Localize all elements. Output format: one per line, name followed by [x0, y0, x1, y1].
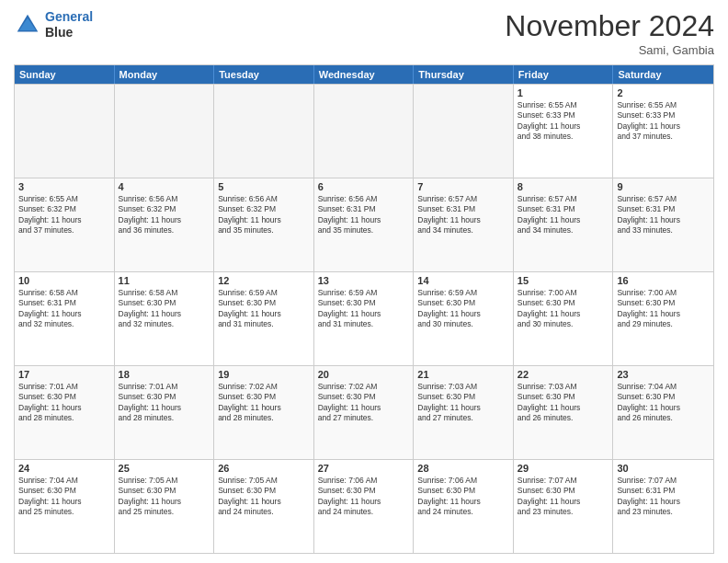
calendar-cell: 13Sunrise: 6:59 AMSunset: 6:30 PMDayligh… [314, 272, 415, 365]
calendar-header: SundayMondayTuesdayWednesdayThursdayFrid… [15, 65, 713, 84]
day-number: 3 [18, 181, 110, 192]
weekday-header: Thursday [414, 65, 514, 84]
day-number: 21 [417, 369, 509, 380]
weekday-header: Friday [514, 65, 614, 84]
cell-text: Sunrise: 6:57 AMSunset: 6:31 PMDaylight:… [518, 194, 609, 236]
weekday-header: Saturday [613, 65, 713, 84]
calendar-row: 17Sunrise: 7:01 AMSunset: 6:30 PMDayligh… [15, 365, 713, 459]
cell-text: Sunrise: 6:55 AMSunset: 6:33 PMDaylight:… [617, 100, 710, 143]
cell-text: Sunrise: 6:58 AMSunset: 6:31 PMDaylight:… [18, 288, 110, 330]
day-number: 25 [119, 463, 210, 474]
cell-text: Sunrise: 6:55 AMSunset: 6:33 PMDaylight:… [518, 100, 609, 143]
day-number: 8 [518, 181, 609, 192]
calendar-cell: 3Sunrise: 6:55 AMSunset: 6:32 PMDaylight… [15, 178, 115, 271]
calendar-cell: 6Sunrise: 6:56 AMSunset: 6:31 PMDaylight… [314, 178, 415, 271]
calendar-cell: 24Sunrise: 7:04 AMSunset: 6:30 PMDayligh… [15, 460, 115, 553]
cell-text: Sunrise: 7:03 AMSunset: 6:30 PMDaylight:… [417, 382, 509, 424]
weekday-header: Wednesday [314, 65, 415, 84]
cell-text: Sunrise: 6:59 AMSunset: 6:30 PMDaylight:… [318, 288, 410, 330]
cell-text: Sunrise: 6:59 AMSunset: 6:30 PMDaylight:… [218, 288, 310, 330]
day-number: 30 [617, 463, 710, 474]
calendar-cell: 4Sunrise: 6:56 AMSunset: 6:32 PMDaylight… [115, 178, 215, 271]
calendar-cell: 8Sunrise: 6:57 AMSunset: 6:31 PMDaylight… [514, 178, 614, 271]
calendar-cell: 10Sunrise: 6:58 AMSunset: 6:31 PMDayligh… [15, 272, 115, 365]
cell-text: Sunrise: 7:07 AMSunset: 6:30 PMDaylight:… [518, 476, 609, 518]
day-number: 20 [318, 369, 410, 380]
day-number: 10 [18, 275, 110, 286]
logo-icon [14, 11, 41, 39]
calendar-cell: 23Sunrise: 7:04 AMSunset: 6:30 PMDayligh… [613, 366, 713, 459]
cell-text: Sunrise: 6:56 AMSunset: 6:32 PMDaylight:… [218, 194, 310, 236]
cell-text: Sunrise: 7:00 AMSunset: 6:30 PMDaylight:… [518, 288, 609, 330]
day-number: 6 [318, 181, 410, 192]
cell-text: Sunrise: 6:57 AMSunset: 6:31 PMDaylight:… [617, 194, 710, 236]
header: General Blue November 2024 Sami, Gambia [14, 9, 714, 57]
calendar-cell: 9Sunrise: 6:57 AMSunset: 6:31 PMDaylight… [613, 178, 713, 271]
day-number: 7 [417, 181, 509, 192]
calendar-cell: 19Sunrise: 7:02 AMSunset: 6:30 PMDayligh… [214, 366, 314, 459]
cell-text: Sunrise: 6:55 AMSunset: 6:32 PMDaylight:… [18, 194, 110, 236]
cell-text: Sunrise: 6:58 AMSunset: 6:30 PMDaylight:… [119, 288, 210, 330]
calendar-row: 1Sunrise: 6:55 AMSunset: 6:33 PMDaylight… [15, 84, 713, 178]
day-number: 22 [518, 369, 609, 380]
day-number: 14 [417, 275, 509, 286]
day-number: 12 [218, 275, 310, 286]
day-number: 11 [119, 275, 210, 286]
day-number: 13 [318, 275, 410, 286]
calendar-cell: 7Sunrise: 6:57 AMSunset: 6:31 PMDaylight… [414, 178, 514, 271]
cell-text: Sunrise: 7:07 AMSunset: 6:31 PMDaylight:… [617, 476, 710, 518]
day-number: 27 [318, 463, 410, 474]
calendar-cell: 12Sunrise: 6:59 AMSunset: 6:30 PMDayligh… [214, 272, 314, 365]
calendar-cell: 30Sunrise: 7:07 AMSunset: 6:31 PMDayligh… [613, 460, 713, 553]
day-number: 29 [518, 463, 609, 474]
day-number: 18 [119, 369, 210, 380]
calendar-cell [214, 85, 314, 178]
cell-text: Sunrise: 6:56 AMSunset: 6:31 PMDaylight:… [318, 194, 410, 236]
day-number: 4 [119, 181, 210, 192]
calendar-row: 3Sunrise: 6:55 AMSunset: 6:32 PMDaylight… [15, 178, 713, 271]
day-number: 26 [218, 463, 310, 474]
calendar-cell: 5Sunrise: 6:56 AMSunset: 6:32 PMDaylight… [214, 178, 314, 271]
day-number: 24 [18, 463, 110, 474]
day-number: 15 [518, 275, 609, 286]
cell-text: Sunrise: 7:04 AMSunset: 6:30 PMDaylight:… [18, 476, 110, 518]
calendar-cell: 1Sunrise: 6:55 AMSunset: 6:33 PMDaylight… [514, 85, 614, 178]
page: General Blue November 2024 Sami, Gambia … [0, 0, 728, 563]
calendar: SundayMondayTuesdayWednesdayThursdayFrid… [14, 64, 714, 554]
day-number: 23 [617, 369, 710, 380]
calendar-row: 24Sunrise: 7:04 AMSunset: 6:30 PMDayligh… [15, 459, 713, 553]
weekday-header: Sunday [15, 65, 115, 84]
day-number: 28 [417, 463, 509, 474]
cell-text: Sunrise: 7:02 AMSunset: 6:30 PMDaylight:… [218, 382, 310, 424]
location: Sami, Gambia [505, 43, 714, 57]
calendar-cell: 16Sunrise: 7:00 AMSunset: 6:30 PMDayligh… [613, 272, 713, 365]
logo: General Blue [14, 9, 93, 40]
day-number: 9 [617, 181, 710, 192]
calendar-cell: 29Sunrise: 7:07 AMSunset: 6:30 PMDayligh… [514, 460, 614, 553]
logo-text: General Blue [45, 9, 93, 40]
cell-text: Sunrise: 7:06 AMSunset: 6:30 PMDaylight:… [318, 476, 410, 518]
cell-text: Sunrise: 7:05 AMSunset: 6:30 PMDaylight:… [119, 476, 210, 518]
cell-text: Sunrise: 7:01 AMSunset: 6:30 PMDaylight:… [18, 382, 110, 424]
calendar-cell: 11Sunrise: 6:58 AMSunset: 6:30 PMDayligh… [115, 272, 215, 365]
calendar-row: 10Sunrise: 6:58 AMSunset: 6:31 PMDayligh… [15, 271, 713, 365]
day-number: 2 [617, 87, 710, 98]
day-number: 16 [617, 275, 710, 286]
calendar-cell: 21Sunrise: 7:03 AMSunset: 6:30 PMDayligh… [414, 366, 514, 459]
calendar-cell: 22Sunrise: 7:03 AMSunset: 6:30 PMDayligh… [514, 366, 614, 459]
cell-text: Sunrise: 6:59 AMSunset: 6:30 PMDaylight:… [417, 288, 509, 330]
cell-text: Sunrise: 7:03 AMSunset: 6:30 PMDaylight:… [518, 382, 609, 424]
calendar-cell [314, 85, 415, 178]
cell-text: Sunrise: 7:02 AMSunset: 6:30 PMDaylight:… [318, 382, 410, 424]
month-title: November 2024 [505, 9, 714, 43]
calendar-cell: 25Sunrise: 7:05 AMSunset: 6:30 PMDayligh… [115, 460, 215, 553]
day-number: 5 [218, 181, 310, 192]
cell-text: Sunrise: 7:05 AMSunset: 6:30 PMDaylight:… [218, 476, 310, 518]
title-block: November 2024 Sami, Gambia [505, 9, 714, 57]
calendar-cell: 17Sunrise: 7:01 AMSunset: 6:30 PMDayligh… [15, 366, 115, 459]
calendar-cell: 20Sunrise: 7:02 AMSunset: 6:30 PMDayligh… [314, 366, 415, 459]
cell-text: Sunrise: 7:06 AMSunset: 6:30 PMDaylight:… [417, 476, 509, 518]
calendar-cell: 28Sunrise: 7:06 AMSunset: 6:30 PMDayligh… [414, 460, 514, 553]
weekday-header: Tuesday [214, 65, 314, 84]
calendar-cell [115, 85, 215, 178]
